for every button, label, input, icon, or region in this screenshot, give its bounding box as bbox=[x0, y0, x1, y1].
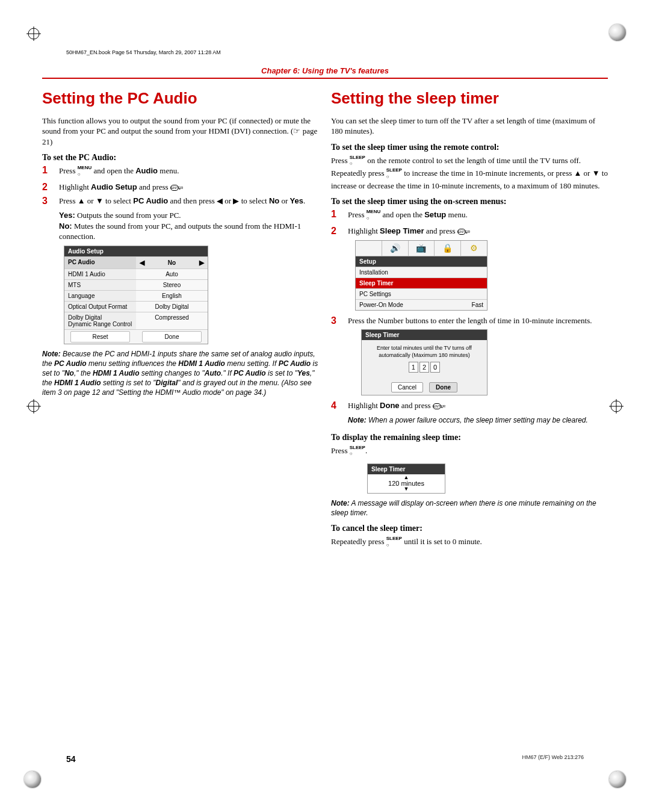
option-yes: Yes bbox=[290, 196, 303, 205]
decorative-orb-icon bbox=[609, 771, 626, 788]
osd-row: MTSStereo bbox=[64, 279, 208, 290]
sleep-icon: SLEEP○ bbox=[386, 167, 402, 181]
osd-label: MTS bbox=[64, 280, 136, 290]
term: HDMI 1 Audio bbox=[178, 359, 225, 368]
term: Yes bbox=[297, 369, 310, 377]
osd-title: Setup bbox=[356, 256, 487, 267]
digit-box: 2 bbox=[419, 362, 429, 373]
step-text: Press the Number buttons to enter the le… bbox=[348, 315, 608, 326]
page-number: 54 bbox=[66, 754, 76, 764]
note: Note: A message will display on-screen w… bbox=[331, 498, 608, 518]
step-2: 2 Highlight Audio Setup and press ENTER. bbox=[42, 182, 319, 193]
osd-value: Auto bbox=[136, 269, 208, 279]
menu-name: Setup bbox=[424, 210, 446, 219]
osd-value: English bbox=[136, 291, 208, 301]
menu-icon: MENU○ bbox=[367, 209, 381, 222]
no-text: Mutes the sound from your PC, and output… bbox=[59, 222, 301, 241]
osd-value: No bbox=[168, 259, 176, 266]
sleep-icon: SLEEP○ bbox=[386, 536, 402, 549]
step-text: Highlight bbox=[348, 401, 380, 410]
crop-mark-icon bbox=[609, 399, 624, 414]
step-2: 2 Highlight Sleep Timer and press ENTER. bbox=[331, 226, 608, 237]
note-text: When a power failure occurs, the sleep t… bbox=[367, 416, 588, 424]
osd-value: Compressed bbox=[136, 312, 208, 329]
step-number: 2 bbox=[42, 182, 52, 193]
subhead: To set the PC Audio: bbox=[42, 153, 319, 163]
no-label: No: bbox=[59, 222, 72, 231]
decorative-orb-icon bbox=[609, 24, 626, 41]
audio-setup-osd: Audio Setup PC Audio ◀No▶ HDMI 1 AudioAu… bbox=[64, 246, 208, 344]
step-3: 3 Press ▲ or ▼ to select PC Audio and th… bbox=[42, 196, 319, 206]
osd-footer: Reset Done bbox=[64, 329, 208, 344]
step-1: 1 Press MENU○ and open the Setup menu. bbox=[331, 209, 608, 222]
note-text: is set to " bbox=[266, 369, 297, 377]
step-text: Press bbox=[59, 166, 78, 175]
sleep-icon: SLEEP○ bbox=[350, 155, 365, 168]
paragraph: Press SLEEP○. bbox=[331, 445, 608, 458]
term: PC Audio bbox=[54, 359, 87, 368]
right-arrow-icon: ▶ bbox=[199, 259, 204, 267]
decorative-orb-icon bbox=[24, 771, 41, 788]
step-text: . bbox=[179, 182, 181, 191]
setup-osd: 🔊 📺 🔒 ⚙ Setup Installation Sleep Timer P… bbox=[355, 240, 488, 311]
note-label: Note: bbox=[331, 499, 350, 507]
step-text: Highlight bbox=[59, 182, 91, 191]
tab-icon: 📺 bbox=[409, 241, 435, 256]
tab-icon: 🔒 bbox=[435, 241, 461, 256]
step-1: 1 Press MENU○ and open the Audio menu. bbox=[42, 165, 319, 178]
tab-icon: 🔊 bbox=[382, 241, 409, 256]
menu-icon: MENU○ bbox=[78, 165, 92, 178]
intro-text: This function allows you to output the s… bbox=[42, 116, 319, 147]
step-text: and open the bbox=[91, 166, 135, 175]
step-number: 3 bbox=[331, 315, 341, 326]
step-text: menu. bbox=[158, 166, 179, 175]
osd-message: Enter total minutes until the TV turns o… bbox=[367, 345, 482, 359]
enter-icon: ENTER bbox=[433, 403, 441, 409]
sleep-timer-mini-osd: Sleep Timer ▲ 120 minutes ▼ bbox=[367, 463, 445, 493]
step-text: and press bbox=[137, 182, 170, 191]
crop-mark-icon bbox=[26, 26, 41, 41]
step-number: 2 bbox=[331, 226, 341, 237]
right-column: Setting the sleep timer You can set the … bbox=[331, 90, 608, 555]
osd-row-pc-audio: PC Audio ◀No▶ bbox=[64, 256, 208, 268]
step-text: . bbox=[441, 401, 443, 410]
up-arrow-icon: ▲ bbox=[369, 476, 444, 480]
step-text: menu. bbox=[446, 210, 467, 219]
step-text: and press bbox=[424, 226, 457, 235]
step-text: or bbox=[279, 196, 289, 205]
step-3: 3 Press the Number buttons to enter the … bbox=[331, 315, 608, 326]
term: Auto bbox=[205, 369, 221, 377]
note: Note: When a power failure occurs, the s… bbox=[348, 415, 608, 425]
step-text: Press ▲ or ▼ to select bbox=[59, 196, 133, 205]
footer-code: HM67 (E/F) Web 213:276 bbox=[522, 754, 584, 764]
step-number: 3 bbox=[42, 196, 52, 206]
option-no: No bbox=[269, 196, 279, 205]
note-text: A message will display on-screen when th… bbox=[331, 499, 596, 517]
digit-box: 1 bbox=[409, 362, 418, 373]
osd-tabs: 🔊 📺 🔒 ⚙ bbox=[356, 241, 487, 256]
done-button: Done bbox=[142, 331, 202, 342]
header-meta: 50HM67_EN.book Page 54 Thursday, March 2… bbox=[66, 49, 221, 55]
note-label: Note: bbox=[348, 416, 367, 424]
note-text: ," the bbox=[74, 369, 93, 377]
osd-value: Dolby Digital bbox=[136, 302, 208, 312]
step-number: 1 bbox=[42, 165, 52, 176]
crop-mark-icon bbox=[26, 399, 41, 414]
paragraph: Press SLEEP○ on the remote control to se… bbox=[331, 155, 608, 191]
osd-label: PC Audio bbox=[64, 257, 136, 268]
osd-label: Language bbox=[64, 291, 136, 301]
enter-icon: ENTER bbox=[170, 185, 179, 191]
yes-label: Yes: bbox=[59, 211, 75, 220]
note-text: ." If bbox=[221, 369, 234, 377]
osd-row: LanguageEnglish bbox=[64, 290, 208, 301]
osd-row: HDMI 1 AudioAuto bbox=[64, 268, 208, 279]
note-text: menu setting influences the bbox=[87, 359, 179, 368]
done-button: Done bbox=[429, 382, 457, 392]
reset-button: Reset bbox=[70, 331, 130, 342]
enter-icon: ENTER bbox=[457, 229, 466, 235]
note-label: Note: bbox=[42, 350, 61, 358]
osd-title: Audio Setup bbox=[64, 246, 208, 256]
digit-box: 0 bbox=[430, 362, 440, 373]
term: HDMI 1 Audio bbox=[54, 379, 101, 387]
note-text: setting is set to " bbox=[101, 379, 156, 387]
